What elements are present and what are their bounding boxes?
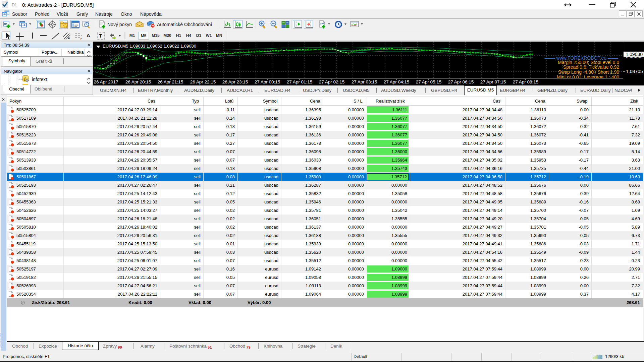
svg-text:27 Apr 02:15: 27 Apr 02:15 xyxy=(319,79,345,84)
svg-text:27 Apr 01:15: 27 Apr 01:15 xyxy=(287,79,313,84)
svg-text:26 Apr 20:15: 26 Apr 20:15 xyxy=(125,79,151,84)
svg-text:1.08705: 1.08705 xyxy=(626,69,643,74)
svg-text:27 Apr 00:15: 27 Apr 00:15 xyxy=(255,79,280,84)
svg-text:27 Apr 06:15: 27 Apr 06:15 xyxy=(448,79,474,84)
svg-text:26 Apr 22:15: 26 Apr 22:15 xyxy=(190,79,216,84)
svg-text:27 Apr 07:15: 27 Apr 07:15 xyxy=(480,79,506,84)
svg-text:F: F xyxy=(80,37,82,40)
svg-text:26 Apr 21:15: 26 Apr 21:15 xyxy=(158,79,183,84)
svg-text:T: T xyxy=(99,33,102,39)
svg-text:E: E xyxy=(68,37,70,40)
svg-text:Swap Long -4.80 / Short 1.90: Swap Long -4.80 / Short 1.90 xyxy=(558,69,619,75)
svg-text:27 Apr 03:15: 27 Apr 03:15 xyxy=(352,79,377,84)
svg-text:1.09030: 1.09030 xyxy=(626,52,643,57)
svg-text:27 Apr 05:15: 27 Apr 05:15 xyxy=(416,79,442,84)
svg-text:26 Apr 2017: 26 Apr 2017 xyxy=(94,79,118,84)
svg-text:27 Apr 04:15: 27 Apr 04:15 xyxy=(384,79,410,84)
svg-text:26 Apr 23:15: 26 Apr 23:15 xyxy=(222,79,248,84)
svg-text:MinLot 0.01; Leverage 1 : 400: MinLot 0.01; Leverage 1 : 400 xyxy=(557,74,619,80)
svg-text:27 Apr 08:15: 27 Apr 08:15 xyxy=(513,79,539,84)
svg-text:EURUSD,M5 1.09033 1.09052 1.0: EURUSD,M5 1.09033 1.09052 1.09022 1.0903… xyxy=(103,44,196,49)
